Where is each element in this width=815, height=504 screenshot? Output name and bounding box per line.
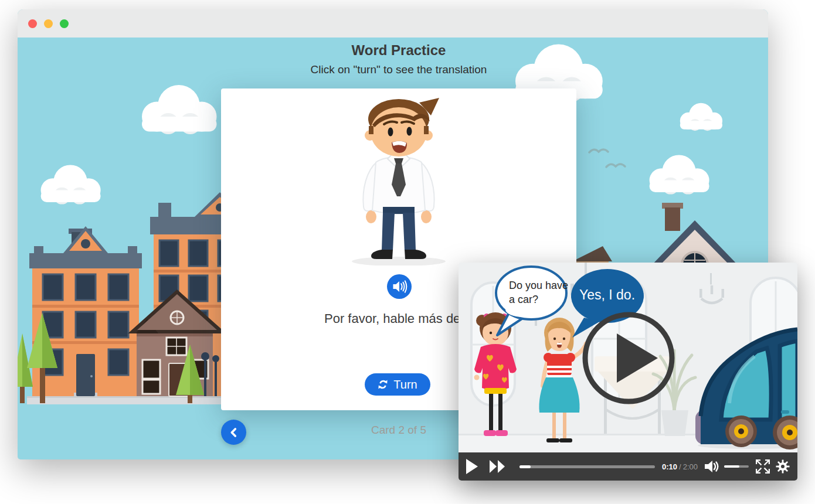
speech-bubble-answer: Yes, I do. — [579, 287, 635, 303]
house-cream-right — [650, 203, 740, 268]
page-subtitle: Click on "turn" to see the translation — [180, 63, 617, 76]
gear-icon — [776, 459, 790, 474]
video-controls: 0:10/2:00 — [459, 452, 797, 481]
fast-forward-button[interactable] — [490, 460, 505, 473]
fullscreen-icon — [756, 459, 770, 474]
flashcard-phrase: Por favor, hable más despa — [324, 311, 481, 326]
play-button[interactable] — [466, 459, 478, 474]
screenshot-stage: Word Practice Click on "turn" to see the… — [0, 0, 815, 504]
zoom-button[interactable] — [60, 19, 69, 28]
duration: 2:00 — [683, 462, 698, 471]
question-line-1: Do you have — [509, 278, 568, 292]
turn-button[interactable]: Turn — [365, 373, 430, 396]
building-left-orange — [29, 226, 142, 396]
volume-slider[interactable] — [724, 465, 749, 468]
minimize-button[interactable] — [44, 19, 53, 28]
fullscreen-button[interactable] — [756, 459, 770, 474]
cartoon-man-illustration — [331, 96, 466, 265]
time-display: 0:10/2:00 — [662, 462, 698, 471]
settings-button[interactable] — [776, 459, 790, 474]
play-audio-button[interactable] — [387, 274, 412, 299]
birds — [589, 149, 625, 167]
progress-played — [519, 465, 531, 468]
page-title: Word Practice — [221, 42, 576, 59]
time-separator: / — [679, 462, 681, 471]
current-time: 0:10 — [662, 462, 677, 471]
speech-bubble-question: Do you have a car? — [509, 278, 568, 307]
turn-label: Turn — [393, 378, 417, 391]
volume-button[interactable] — [705, 460, 720, 473]
volume-icon — [705, 460, 720, 473]
refresh-icon — [378, 379, 388, 390]
progress-bar[interactable] — [519, 465, 655, 468]
window-titlebar[interactable] — [18, 9, 768, 38]
speaker-icon — [389, 277, 409, 297]
volume-fill — [724, 465, 739, 468]
video-play-overlay-button[interactable] — [579, 309, 678, 407]
close-button[interactable] — [28, 19, 37, 28]
play-icon — [466, 459, 478, 474]
fast-forward-icon — [490, 460, 505, 473]
question-line-2: a car? — [509, 292, 568, 307]
video-player: Do you have a car? Yes, I do. 0:10/2:00 — [459, 263, 797, 481]
